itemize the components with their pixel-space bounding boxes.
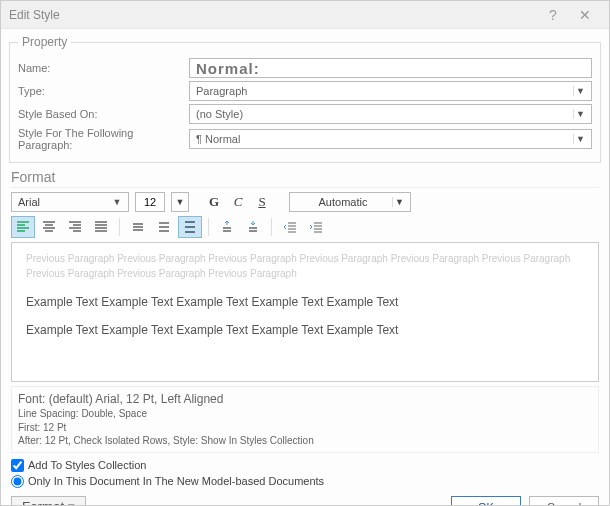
chevron-down-icon[interactable]: ▼: [110, 197, 124, 207]
cancel-button[interactable]: Cancel: [529, 496, 599, 506]
desc-line: After: 12 Pt, Check Isolated Rows, Style…: [18, 434, 592, 448]
add-to-collection-label: Add To Styles Collection: [28, 459, 146, 471]
decrease-indent-button[interactable]: [278, 216, 302, 238]
separator: [119, 218, 120, 236]
titlebar: Edit Style ? ✕: [1, 1, 609, 29]
font-toolbar: Arial ▼ ▼ G C S Automatic ▼: [11, 192, 599, 212]
based-on-value: (no Style): [196, 108, 573, 120]
bold-button[interactable]: G: [205, 193, 223, 211]
only-in-doc-label: Only In This Document In The New Model-b…: [28, 475, 324, 487]
italic-button[interactable]: C: [229, 193, 247, 211]
font-size-input[interactable]: [135, 192, 165, 212]
help-button[interactable]: ?: [537, 7, 569, 23]
only-in-doc-radio[interactable]: Only In This Document In The New Model-b…: [11, 475, 599, 488]
window-title: Edit Style: [9, 8, 60, 22]
format-heading: Format: [11, 169, 599, 188]
font-family-select[interactable]: Arial ▼: [11, 192, 129, 212]
spacing-single-button[interactable]: [126, 216, 150, 238]
property-group: Property Name: Type: Paragraph ▼ Style B…: [9, 35, 601, 163]
font-family-value: Arial: [18, 196, 110, 208]
add-to-collection-checkbox[interactable]: [11, 459, 24, 472]
following-value: ¶ Normal: [196, 133, 573, 145]
font-color-value: Automatic: [294, 196, 392, 208]
align-center-button[interactable]: [37, 216, 61, 238]
type-select[interactable]: Paragraph ▼: [189, 81, 592, 101]
name-input[interactable]: [189, 58, 592, 78]
dialog-footer: Format ▾ OK Cancel: [11, 496, 599, 506]
separator: [271, 218, 272, 236]
close-button[interactable]: ✕: [569, 7, 601, 23]
spacing-onehalf-button[interactable]: [152, 216, 176, 238]
desc-line: Font: (default) Arial, 12 Pt, Left Align…: [18, 391, 592, 407]
type-label: Type:: [18, 85, 183, 97]
only-in-doc-radio-input[interactable]: [11, 475, 24, 488]
space-before-decrease-button[interactable]: [241, 216, 265, 238]
name-label: Name:: [18, 62, 183, 74]
format-menu-button[interactable]: Format ▾: [11, 496, 86, 506]
options-group: Add To Styles Collection Only In This Do…: [11, 459, 599, 488]
preview-example-text: Example Text Example Text Example Text E…: [26, 323, 584, 337]
preview-ghost-text: Previous Paragraph Previous Paragraph Pr…: [26, 266, 584, 281]
add-to-collection-check[interactable]: Add To Styles Collection: [11, 459, 599, 472]
chevron-down-icon[interactable]: ▼: [573, 134, 587, 144]
increase-indent-button[interactable]: [304, 216, 328, 238]
align-left-button[interactable]: [11, 216, 35, 238]
chevron-down-icon[interactable]: ▼: [573, 86, 587, 96]
preview-pane: Previous Paragraph Previous Paragraph Pr…: [11, 242, 599, 382]
underline-button[interactable]: S: [253, 193, 271, 211]
separator: [208, 218, 209, 236]
chevron-down-icon[interactable]: ▼: [392, 197, 406, 207]
preview-example-text: Example Text Example Text Example Text E…: [26, 295, 584, 309]
font-color-select[interactable]: Automatic ▼: [289, 192, 411, 212]
based-on-label: Style Based On:: [18, 108, 183, 120]
style-description: Font: (default) Arial, 12 Pt, Left Align…: [11, 386, 599, 453]
desc-line: First: 12 Pt: [18, 421, 592, 435]
property-legend: Property: [18, 35, 71, 49]
following-select[interactable]: ¶ Normal ▼: [189, 129, 592, 149]
desc-line: Line Spacing: Double, Space: [18, 407, 592, 421]
font-size-dropdown[interactable]: ▼: [171, 192, 189, 212]
type-value: Paragraph: [196, 85, 573, 97]
space-before-increase-button[interactable]: [215, 216, 239, 238]
chevron-down-icon[interactable]: ▼: [573, 109, 587, 119]
preview-ghost-text: Previous Paragraph Previous Paragraph Pr…: [26, 251, 584, 266]
align-justify-button[interactable]: [89, 216, 113, 238]
paragraph-toolbar: [11, 216, 599, 238]
ok-button[interactable]: OK: [451, 496, 521, 506]
align-right-button[interactable]: [63, 216, 87, 238]
spacing-double-button[interactable]: [178, 216, 202, 238]
based-on-select[interactable]: (no Style) ▼: [189, 104, 592, 124]
following-label: Style For The Following Paragraph:: [18, 127, 183, 151]
